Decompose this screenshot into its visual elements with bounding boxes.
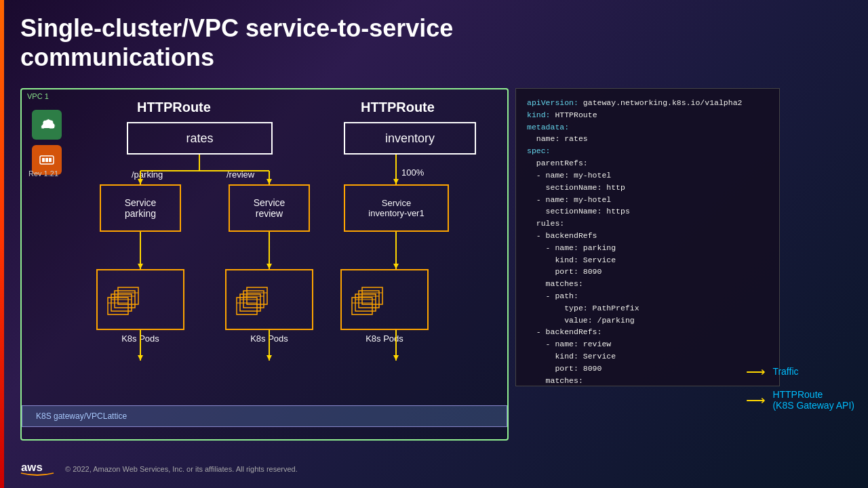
service-inventory-box: Serviceinventory-ver1 bbox=[344, 184, 449, 232]
pods-review-label: K8s Pods bbox=[225, 333, 313, 344]
svg-marker-45 bbox=[267, 355, 272, 361]
code-content: apiVersion: gateway.networking.k8s.io/v1… bbox=[527, 97, 768, 386]
pods-inventory-area bbox=[340, 269, 429, 330]
svg-rect-2 bbox=[45, 158, 48, 162]
inventory-box: inventory bbox=[344, 122, 476, 155]
httproute-arrow-icon: ⟶ bbox=[746, 392, 766, 408]
diagram-container: VPC 1 Rev 1.21 HTTPRoute rates /parking … bbox=[20, 88, 509, 441]
review-path-label: /review bbox=[226, 169, 254, 180]
svg-text:aws: aws bbox=[21, 461, 43, 474]
aws-cloud-icon bbox=[32, 110, 62, 140]
pct-label: 100% bbox=[401, 167, 424, 178]
traffic-arrow-icon: ⟶ bbox=[746, 363, 766, 380]
service-review-box: Servicereview bbox=[229, 184, 310, 232]
svg-marker-31 bbox=[138, 179, 143, 184]
legend: ⟶ Traffic ⟶ HTTPRoute (K8S Gateway API) bbox=[746, 363, 854, 420]
legend-httproute: ⟶ HTTPRoute (K8S Gateway API) bbox=[746, 389, 854, 411]
svg-marker-43 bbox=[138, 355, 143, 361]
vpc-label: VPC 1 bbox=[27, 92, 49, 100]
svg-marker-35 bbox=[138, 264, 143, 269]
aws-logo: aws bbox=[20, 457, 54, 481]
footer-copyright: © 2022, Amazon Web Services, Inc. or its… bbox=[65, 465, 298, 473]
page-title: Single-cluster/VPC service-to-service co… bbox=[20, 14, 453, 72]
svg-rect-3 bbox=[49, 158, 52, 162]
traffic-legend-label: Traffic bbox=[772, 366, 798, 377]
aws-icons-group bbox=[32, 110, 62, 175]
svg-rect-1 bbox=[42, 158, 45, 162]
svg-marker-39 bbox=[393, 179, 399, 184]
service-parking-box: Serviceparking bbox=[100, 184, 181, 232]
httproute1-label: HTTPRoute bbox=[137, 100, 211, 115]
legend-traffic: ⟶ Traffic bbox=[746, 363, 854, 380]
footer: aws © 2022, Amazon Web Services, Inc. or… bbox=[20, 457, 298, 481]
left-accent-bar bbox=[0, 0, 4, 488]
pods-parking-area bbox=[96, 269, 184, 330]
svg-marker-33 bbox=[267, 179, 272, 184]
httproute2-label: HTTPRoute bbox=[361, 100, 435, 115]
rates-box: rates bbox=[127, 122, 273, 155]
svg-marker-41 bbox=[393, 264, 399, 269]
gateway-bar: K8S gateway/VPCLattice bbox=[22, 405, 507, 427]
httproute-legend-label: HTTPRoute (K8S Gateway API) bbox=[772, 389, 854, 411]
pods-inventory-label: K8s Pods bbox=[340, 333, 429, 344]
rev-label: Rev 1.21 bbox=[28, 169, 58, 178]
svg-marker-37 bbox=[267, 264, 272, 269]
pods-review-area bbox=[225, 269, 313, 330]
svg-marker-47 bbox=[393, 355, 399, 361]
code-panel: apiVersion: gateway.networking.k8s.io/v1… bbox=[515, 88, 780, 386]
pods-parking-label: K8s Pods bbox=[96, 333, 184, 344]
parking-path-label: /parking bbox=[132, 169, 163, 180]
